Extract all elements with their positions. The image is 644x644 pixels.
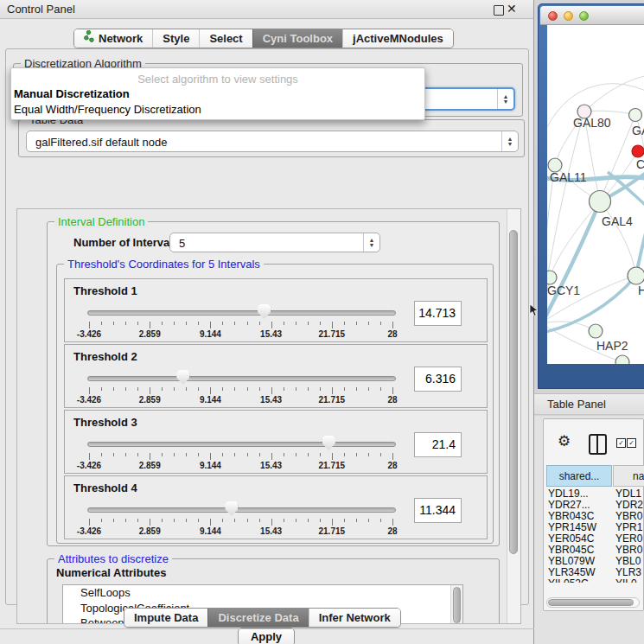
screen: Control Panel ✕ Network Style Se [0, 0, 644, 644]
apply-button[interactable]: Apply [238, 628, 295, 644]
network-icon [84, 30, 94, 47]
network-view-window[interactable]: GAL80GACGAL11GAL4GCY1HHAP2 [538, 3, 644, 389]
network-window-titlebar [540, 6, 644, 25]
table-row[interactable]: YBR043CYBR0 [546, 510, 644, 521]
algorithm-dropdown-popup: Select algorithm to view settings Manual… [10, 67, 425, 120]
network-node[interactable] [632, 145, 644, 157]
node-label: GCY1 [547, 284, 580, 297]
network-node[interactable] [590, 191, 611, 213]
table-data-combobox[interactable]: galFiltered.sif default node ▲▼ [26, 131, 519, 152]
attributes-list-scrollbar[interactable] [450, 585, 462, 624]
column-header-name[interactable]: na [613, 465, 644, 487]
attributes-group-label: Attributes to discretize [54, 552, 172, 565]
threshold-2-slider-thumb[interactable] [176, 370, 189, 385]
threshold-1-row: Threshold 1 -3.4262.8599.14415.4321.7152… [64, 278, 488, 342]
table-panel-body: ⚙ ✓ ✓ shared... na YDL19...YDL1YDR27...Y… [534, 416, 644, 644]
column-selector-icon[interactable] [589, 434, 607, 455]
algorithm-option-equal-width[interactable]: Equal Width/Frequency Discretization [11, 102, 424, 118]
table-panel-titlebar: Table Panel [534, 393, 644, 415]
node-label: GAL80 [573, 116, 611, 130]
control-panel: Control Panel ✕ Network Style Se [0, 0, 534, 644]
tab-infer-network[interactable]: Infer Network [309, 609, 400, 627]
tab-style[interactable]: Style [152, 29, 199, 48]
table-data-value: galFiltered.sif default node [35, 135, 167, 148]
threshold-1-slider-thumb[interactable] [258, 304, 271, 319]
network-node[interactable] [628, 267, 644, 284]
gear-icon[interactable]: ⚙ [558, 434, 571, 449]
table-row[interactable]: YBL079WYBL0 [546, 555, 644, 566]
table-row[interactable]: YIL052CYIL0 [546, 577, 644, 583]
scrollbar-thumb[interactable] [548, 599, 634, 606]
network-nodes: GAL80GACGAL11GAL4GCY1HHAP2 [547, 105, 644, 364]
table-data-group: Table Data galFiltered.sif default node … [18, 119, 525, 157]
panel-title: Control Panel [7, 3, 75, 16]
network-canvas[interactable]: GAL80GACGAL11GAL4GCY1HHAP2 [547, 25, 644, 364]
table-horizontal-scrollbar[interactable] [546, 597, 640, 608]
right-panel: GAL80GACGAL11GAL4GCY1HHAP2 Table Panel ⚙… [534, 0, 644, 644]
network-node[interactable] [547, 271, 557, 284]
column-header-shared-name[interactable]: shared... [546, 465, 612, 487]
cyni-toolbox-content: Discretization Algorithm ▲▼ Table Data g… [5, 48, 529, 605]
tab-discretize-data[interactable]: Discretize Data [207, 609, 308, 627]
threshold-2-slider-track[interactable] [87, 376, 396, 381]
float-panel-icon[interactable] [494, 5, 504, 16]
threshold-2-row: Threshold 2 -3.4262.8599.14415.4321.7152… [64, 344, 488, 408]
table-panel-inner: ⚙ ✓ ✓ shared... na YDL19...YDL1YDR27...Y… [543, 418, 644, 611]
scrollbar-thumb[interactable] [509, 230, 518, 554]
algorithm-placeholder-option[interactable]: Select algorithm to view settings [11, 72, 424, 86]
node-label: GA [632, 124, 644, 137]
tab-jactivemnodules[interactable]: jActiveMNodules [342, 29, 453, 48]
tab-impute-data[interactable]: Impute Data [124, 609, 207, 627]
threshold-4-slider-thumb[interactable] [225, 501, 238, 516]
threshold-3-label: Threshold 3 [73, 416, 137, 429]
table-row[interactable]: YLR345WYLR3 [546, 566, 644, 577]
number-of-intervals-combobox[interactable]: 5 ▲▼ [169, 233, 380, 252]
threshold-1-label: Threshold 1 [73, 284, 137, 297]
control-panel-tabs: Network Style Select Cyni Toolbox jActiv… [73, 29, 454, 48]
threshold-4-row: Threshold 4 -3.4262.8599.14415.4321.7152… [64, 475, 488, 539]
network-node[interactable] [615, 355, 629, 364]
close-icon[interactable]: ✕ [507, 2, 517, 16]
threshold-2-value-field[interactable]: 6.316 [414, 367, 462, 392]
table-row[interactable]: YER054CYER0 [546, 532, 644, 544]
tab-network[interactable]: Network [74, 29, 152, 48]
combo-arrows-icon: ▲▼ [501, 131, 518, 151]
window-close-icon[interactable] [548, 11, 558, 21]
table-row[interactable]: YBR045CYBR0 [546, 544, 644, 555]
attribute-list-item[interactable]: SelfLoops [63, 585, 462, 601]
node-label: GAL11 [550, 170, 587, 184]
threshold-2-label: Threshold 2 [73, 350, 137, 363]
tab-cyni-toolbox[interactable]: Cyni Toolbox [252, 29, 342, 48]
table-row[interactable]: YDL19...YDL1 [546, 488, 644, 499]
window-minimize-icon[interactable] [564, 11, 573, 21]
threshold-3-slider-track[interactable] [87, 442, 396, 447]
checkbox-icon[interactable]: ✓ [627, 438, 636, 448]
threshold-3-value-field[interactable]: 21.4 [414, 432, 462, 457]
threshold-1-value-field[interactable]: 14.713 [414, 301, 462, 326]
checkbox-icon[interactable]: ✓ [616, 438, 626, 448]
tab-network-label: Network [99, 30, 143, 47]
threshold-coordinates-label: Threshold's Coordinates for 5 Intervals [64, 258, 264, 271]
divider [0, 628, 534, 629]
numerical-attributes-label: Numerical Attributes [56, 566, 166, 579]
threshold-4-value-field[interactable]: 11.344 [414, 498, 462, 523]
threshold-1-slider-track[interactable] [87, 310, 396, 316]
network-node[interactable] [589, 324, 603, 338]
node-table[interactable]: shared... na YDL19...YDL1YDR27...YDR2YBR… [545, 465, 644, 583]
number-of-intervals-value: 5 [179, 236, 185, 249]
algorithm-option-manual[interactable]: Manual Discretization [11, 86, 424, 102]
interval-definition-label: Interval Definition [54, 215, 148, 228]
window-zoom-icon[interactable] [579, 11, 589, 21]
table-row[interactable]: YPR145WYPR1 [546, 521, 644, 532]
table-row[interactable]: YDR27...YDR2 [546, 499, 644, 510]
tab-select[interactable]: Select [199, 29, 252, 48]
settings-vertical-scrollbar[interactable] [507, 209, 520, 623]
threshold-4-slider-track[interactable] [87, 507, 396, 513]
cyni-mode-tabs: Impute Data Discretize Data Infer Networ… [124, 608, 401, 628]
interval-definition-group: Interval Definition Number of Intervals … [47, 221, 500, 546]
network-graph: GAL80GACGAL11GAL4GCY1HHAP2 [547, 25, 644, 364]
control-panel-titlebar: Control Panel ✕ [0, 0, 533, 19]
network-node[interactable] [629, 109, 642, 122]
threshold-4-label: Threshold 4 [73, 481, 137, 494]
threshold-3-slider-thumb[interactable] [322, 436, 335, 450]
